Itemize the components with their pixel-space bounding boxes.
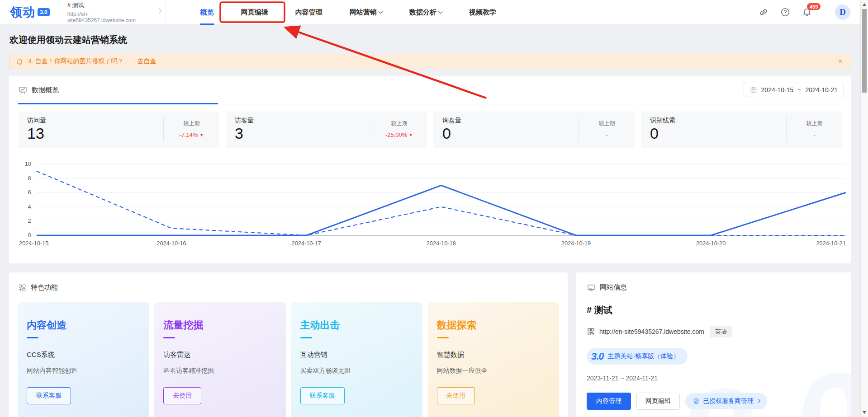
monitor-icon	[587, 283, 596, 292]
stat-value: 0	[650, 126, 786, 142]
down-arrow-icon: ▼	[199, 132, 204, 137]
feature-desc: 网站数据一应俱全	[437, 367, 550, 375]
stat-label: 访问量	[27, 117, 163, 125]
date-end: 2024-10-21	[805, 86, 838, 94]
svg-text:6: 6	[28, 189, 31, 196]
stat-inquiries: 询盘量 0 较上期 -▼	[433, 112, 635, 148]
content-management-button[interactable]: 内容管理	[587, 393, 631, 410]
feature-desc: 网站内容智能创造	[27, 367, 140, 375]
authorized-provider-button[interactable]: 已授权服务商管理	[685, 393, 767, 409]
topbar: 领动 3.0 # 测试 http://en-site59435267.ldweb…	[0, 0, 860, 25]
feature-subtitle: 智慧数据	[437, 351, 550, 359]
tab-site-marketing[interactable]: 网站营销	[336, 0, 396, 25]
go-use-button[interactable]: 去使用	[163, 387, 201, 404]
scrollbar	[860, 0, 868, 417]
featured-functions-card: 特色功能 内容创造 CCS系统 网站内容智能创造 联系客服 流量挖掘 访客雷达 …	[9, 272, 568, 417]
svg-text:2: 2	[28, 218, 31, 224]
link-icon[interactable]	[759, 7, 768, 17]
date-range-picker[interactable]: 2024-10-15 ~ 2024-10-21	[744, 83, 844, 97]
main-nav: 概览 网页编辑 内容管理 网站营销 数据分析 视频教学	[187, 0, 510, 25]
site-selector[interactable]: # 测试 http://en-site59435267.ldwebsite.co…	[60, 0, 166, 25]
tab-data-analysis[interactable]: 数据分析	[396, 0, 455, 25]
app-logo[interactable]: 领动 3.0	[10, 4, 50, 20]
user-avatar[interactable]: D	[835, 5, 850, 20]
tab-label: 数据分析	[409, 8, 436, 17]
tab-label: 概览	[200, 8, 214, 17]
data-overview-card: 数据概览 2024-10-15 ~ 2024-10-21 访问量 13 较上期	[9, 76, 851, 263]
button-label: 已授权服务商管理	[703, 397, 754, 405]
feature-card-content-creation: 内容创造 CCS系统 网站内容智能创造 联系客服	[18, 302, 149, 417]
tab-content-management[interactable]: 内容管理	[282, 0, 336, 25]
close-icon[interactable]: ×	[836, 57, 844, 66]
stat-compare-label: 较上期	[599, 120, 615, 127]
calendar-icon	[750, 86, 757, 94]
site-name: # 测试	[587, 304, 840, 316]
section-title: 网站信息	[600, 283, 627, 292]
stat-value: 13	[27, 126, 163, 142]
plan-validity-dates: 2023-11-21 ~ 2024-11-21	[587, 375, 840, 382]
feature-title: 主动出击	[300, 319, 413, 332]
svg-text:2024-10-18: 2024-10-18	[427, 240, 456, 247]
logo-version-badge: 3.0	[38, 8, 50, 16]
featured-functions-header: 特色功能	[18, 283, 559, 292]
feature-title: 流量挖掘	[163, 319, 276, 332]
svg-text:2024-10-16: 2024-10-16	[157, 240, 186, 247]
visits-line-chart: 02468102024-10-152024-10-162024-10-17202…	[18, 159, 842, 255]
stat-compare-label: 较上期	[806, 120, 823, 127]
scrollbar-thumb[interactable]	[862, 9, 867, 93]
svg-text:2024-10-15: 2024-10-15	[19, 240, 48, 247]
tab-page-editor[interactable]: 网页编辑	[228, 0, 282, 25]
stat-value: 0	[442, 126, 579, 142]
overview-tab-indicator	[18, 103, 842, 104]
topbar-actions: 459	[759, 7, 812, 17]
page-title: 欢迎使用领动云建站营销系统	[9, 34, 851, 46]
notice-self-check-link[interactable]: 去自查	[138, 57, 157, 66]
bell-icon	[16, 58, 24, 66]
page-editor-button[interactable]: 网页编辑	[636, 393, 680, 410]
tab-label: 视频教学	[469, 8, 496, 17]
tab-overview[interactable]: 概览	[187, 0, 228, 25]
svg-text:2024-10-20: 2024-10-20	[696, 240, 726, 247]
site-selector-url: http://en-site59435267.ldwebsite.com	[67, 11, 154, 23]
stat-compare-label: 较上期	[391, 120, 408, 127]
notifications-bell-icon[interactable]: 459	[802, 7, 812, 17]
feature-card-proactive-outreach: 主动出击 互动营销 买卖双方畅谈无阻 联系客服	[291, 302, 422, 417]
go-use-button[interactable]: 去使用	[437, 387, 475, 404]
stat-change: -▼	[606, 131, 607, 138]
site-selector-name: # 测试	[67, 1, 154, 9]
contact-support-button[interactable]: 联系客服	[300, 387, 345, 404]
date-start: 2024-10-15	[761, 86, 794, 94]
feature-card-data-exploration: 数据探索 智慧数据 网站数据一应俱全 去使用	[428, 302, 559, 417]
avatar-area: D	[824, 0, 860, 25]
svg-text:2024-10-17: 2024-10-17	[292, 240, 321, 247]
help-icon[interactable]	[780, 7, 790, 17]
chevron-down-icon	[438, 9, 442, 14]
feature-desc: 匿名访客精准挖掘	[163, 367, 276, 375]
plan-logo-3.0: 3.0	[591, 351, 604, 362]
plan-badge[interactable]: 3.0 主题美站·畅享版（体验）	[587, 348, 688, 365]
accent-underline	[300, 337, 312, 338]
site-info-card: 网站信息 # 测试 http://en-site59435267.ldwebsi…	[576, 272, 851, 417]
chevron-right-icon	[756, 399, 761, 403]
feature-title: 内容创造	[27, 319, 140, 332]
scroll-down-arrow[interactable]	[863, 411, 866, 414]
chevron-right-icon	[157, 8, 161, 13]
accent-underline	[163, 337, 175, 338]
stat-label: 访客量	[235, 117, 371, 125]
stats-row: 访问量 13 较上期 -7.14%▼ 访客量 3 较上期 -25.00%▼	[18, 112, 842, 148]
contact-support-button[interactable]: 联系客服	[27, 387, 71, 404]
tab-video-tutorial[interactable]: 视频教学	[455, 0, 510, 25]
feature-subtitle: CCS系统	[27, 351, 140, 359]
stat-label: 识别线索	[650, 117, 786, 125]
language-tag: 英语	[710, 326, 732, 337]
section-title: 特色功能	[31, 283, 58, 292]
stat-visitors: 访客量 3 较上期 -25.00%▼	[226, 112, 427, 148]
accent-underline	[27, 337, 38, 338]
scroll-up-arrow[interactable]	[863, 3, 866, 6]
stat-compare-label: 较上期	[184, 120, 200, 127]
stat-change: -25.00%▼	[385, 131, 413, 138]
feature-desc: 买卖双方畅谈无阻	[300, 367, 413, 375]
feature-card-traffic-mining: 流量挖掘 访客雷达 匿名访客精准挖掘 去使用	[154, 302, 285, 417]
svg-text:2024-10-19: 2024-10-19	[561, 240, 591, 247]
stat-identified-leads: 识别线索 0 较上期 -▼	[641, 112, 842, 148]
